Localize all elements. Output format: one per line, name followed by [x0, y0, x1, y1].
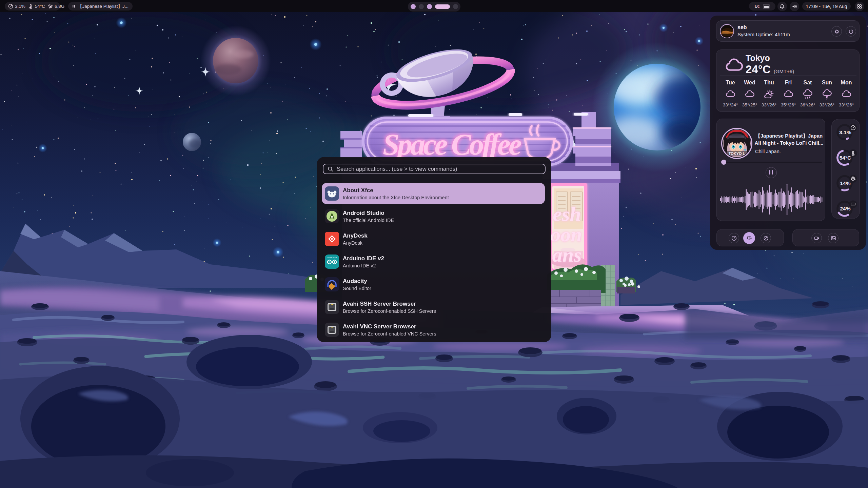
svg-text:ans: ans [552, 244, 582, 266]
svg-text:oon: oon [550, 223, 582, 246]
svg-text:esh: esh [553, 203, 581, 225]
svg-text:3.1%: 3.1% [839, 129, 851, 135]
svg-text:24%: 24% [840, 206, 850, 211]
svg-text:ARDUINO: ARDUINO [327, 257, 337, 259]
svg-text:Space Coffee: Space Coffee [383, 128, 522, 161]
svg-text:14%: 14% [840, 180, 850, 186]
svg-text:54°C: 54°C [840, 155, 851, 161]
